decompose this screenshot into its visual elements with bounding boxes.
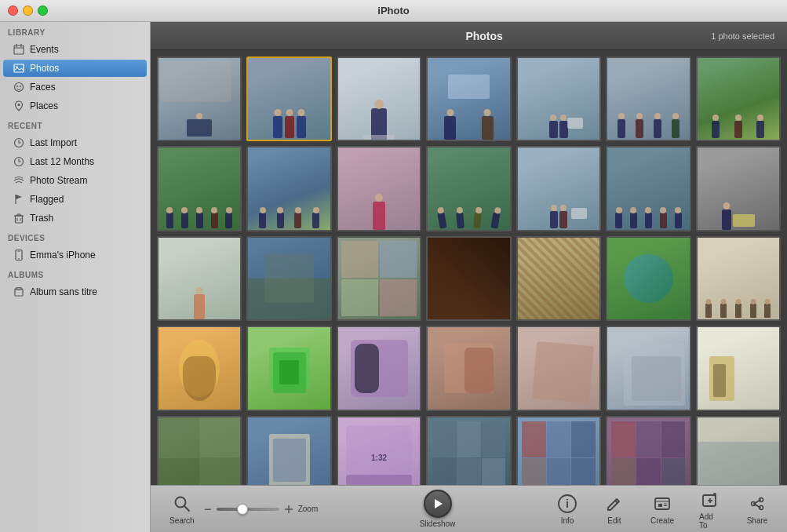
photo-thumb[interactable] [246,236,331,321]
photo-thumb[interactable] [426,326,511,410]
info-button[interactable]: i Info [550,490,585,528]
sidebar-item-events[interactable]: Events [3,41,147,58]
photo-thumb[interactable] [426,56,511,141]
sidebar-item-trash[interactable]: Trash [3,210,147,227]
photo-thumb[interactable] [246,326,331,410]
photo-thumb[interactable] [516,326,601,410]
share-button[interactable]: Share [740,490,774,528]
svg-point-43 [760,506,763,510]
zoom-in-icon [284,505,293,514]
photo-thumb[interactable] [337,326,421,410]
add-to-button[interactable]: Add To [693,486,727,533]
photo-thumb[interactable] [426,416,511,485]
photo-thumb[interactable] [516,146,601,231]
sidebar-item-last-import[interactable]: Last Import [3,134,147,151]
photo-thumb[interactable] [246,56,331,141]
photo-stream-icon [13,174,25,187]
last-12-months-icon [13,155,25,168]
main-layout: LIBRARY Events Photos Faces Places [0,22,787,532]
sidebar-item-emmas-iphone[interactable]: Emma's iPhone [3,246,147,264]
photo-thumb[interactable] [157,146,242,231]
photo-thumb[interactable] [606,326,690,410]
photo-thumb[interactable] [157,56,242,141]
flagged-label: Flagged [30,194,64,205]
trash-label: Trash [30,213,53,224]
photos-label: Photos [30,63,59,74]
edit-button[interactable]: Edit [597,490,632,528]
photo-thumb[interactable] [337,146,421,231]
photo-thumb[interactable] [157,416,242,485]
photo-thumb[interactable] [606,416,690,485]
close-button[interactable] [8,5,18,16]
album-sans-titre-label: Album sans titre [30,286,97,297]
add-to-label: Add To [699,512,721,530]
create-icon [651,493,673,515]
photo-thumb[interactable] [426,146,511,231]
recent-section-header: RECENT [0,115,150,133]
iphone-icon [13,249,25,261]
photo-thumb[interactable] [246,416,331,485]
sidebar-item-album-sans-titre[interactable]: Album sans titre [3,283,147,301]
photo-thumb[interactable] [516,56,601,141]
album-icon [13,286,25,298]
photo-thumb[interactable] [157,236,242,321]
photo-thumb[interactable] [606,56,690,141]
search-icon [171,493,193,515]
sidebar-item-last-12-months[interactable]: Last 12 Months [3,153,147,170]
search-label: Search [169,516,195,525]
svg-rect-4 [14,64,24,72]
svg-line-32 [615,501,618,503]
sidebar-item-places[interactable]: Places [3,97,147,115]
photo-thumb[interactable] [246,146,331,231]
svg-point-9 [18,104,20,106]
share-label: Share [747,516,768,525]
photo-thumb[interactable] [696,56,781,141]
faces-icon [13,81,25,93]
sidebar-item-flagged[interactable]: Flagged [3,191,147,208]
photo-thumb[interactable] [606,146,690,231]
zoom-slider[interactable] [217,508,279,511]
photo-thumb[interactable] [696,236,781,321]
flagged-icon [13,193,25,206]
albums-section-header: ALBUMS [0,264,150,282]
photo-thumb[interactable] [426,236,511,321]
photo-thumb[interactable] [606,236,690,321]
places-label: Places [30,100,58,111]
create-button[interactable]: Create [644,490,680,528]
photo-thumb[interactable] [337,236,421,321]
zoom-control: Zoom [204,505,319,514]
edit-icon [603,493,625,515]
sidebar-item-photos[interactable]: Photos [3,60,147,77]
photo-thumb[interactable] [516,416,601,485]
toolbar-center: Slideshow [320,486,555,531]
slideshow-button[interactable]: Slideshow [414,486,462,531]
devices-section-header: DEVICES [0,228,150,246]
content-header: Photos 1 photo selected [151,22,787,50]
library-section-header: LIBRARY [0,22,150,40]
add-to-icon [699,489,721,511]
photo-thumb[interactable] [696,326,781,410]
photo-thumb[interactable] [157,326,242,410]
sidebar-item-photo-stream[interactable]: Photo Stream [3,172,147,189]
search-button[interactable]: Search [163,490,201,528]
svg-rect-33 [655,498,669,509]
sidebar-item-faces[interactable]: Faces [3,78,147,96]
photo-thumb[interactable] [337,56,421,141]
photo-thumb[interactable]: 1:32 [337,416,421,485]
faces-label: Faces [30,82,56,93]
photo-thumb[interactable] [696,146,781,231]
photo-thumb[interactable] [696,416,781,485]
photos-icon [13,62,25,75]
svg-point-8 [20,86,21,87]
maximize-button[interactable] [38,5,48,16]
trash-icon [13,212,25,224]
svg-point-22 [18,258,20,260]
content-title: Photos [257,30,711,42]
photo-grid-container[interactable]: 1:32 [151,50,787,485]
emmas-iphone-label: Emma's iPhone [30,250,96,261]
photo-grid: 1:32 [157,56,781,485]
sidebar: LIBRARY Events Photos Faces Places [0,22,151,532]
minimize-button[interactable] [23,5,33,16]
window-title: iPhoto [377,5,409,16]
photo-thumb[interactable] [516,236,601,321]
